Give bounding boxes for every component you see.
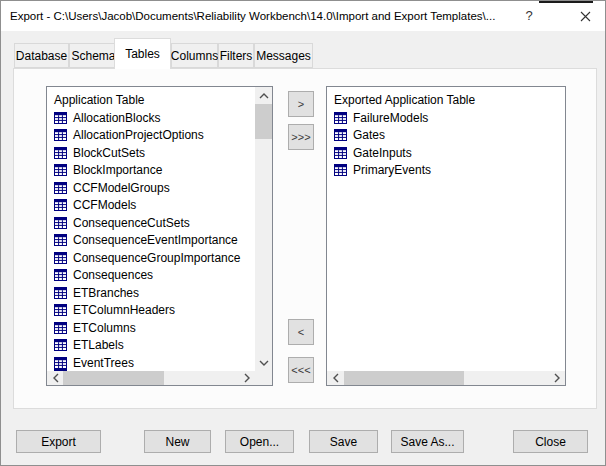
list-item-label: CCFModels [73,198,136,212]
list-item[interactable]: ETBranches [47,284,254,302]
tab-tables[interactable]: Tables [114,38,171,69]
new-button[interactable]: New [144,430,211,453]
exported-table-list: Exported Application Table FailureModels [326,86,566,386]
table-icon [54,164,67,176]
window-close-button[interactable] [567,1,603,31]
list-item[interactable]: FailureModels [327,109,564,127]
list-item[interactable]: ETColumns [47,319,254,337]
list-item-label: BlockCutSets [73,146,145,160]
export-button[interactable]: Export [16,430,101,453]
list-item-label: ConsequenceEventImportance [73,233,238,247]
list-item[interactable]: BlockImportance [47,162,254,180]
save-button[interactable]: Save [309,430,378,453]
table-icon [334,112,347,124]
table-icon [54,252,67,264]
tab-messages[interactable]: Messages [254,43,313,68]
list-item-label: CCFModelGroups [73,181,170,195]
horizontal-scrollbar[interactable] [47,371,255,385]
list-item-label: AllocationProjectOptions [73,128,204,142]
scroll-right-icon[interactable] [550,371,563,385]
tab-schema[interactable]: Schema [69,43,118,68]
list-item-label: GateInputs [353,146,412,160]
remove-button[interactable]: < [288,319,314,345]
list-item-label: ETLabels [73,338,124,352]
horizontal-scroll-thumb[interactable] [344,371,464,385]
table-icon [54,339,67,351]
export-dialog: Export - C:\Users\Jacob\Documents\Reliab… [0,0,606,466]
list-item[interactable]: ConsequenceEventImportance [47,232,254,250]
list-item-label: AllocationBlocks [73,111,160,125]
open-button[interactable]: Open... [225,430,294,453]
horizontal-scroll-thumb[interactable] [63,371,164,385]
list-item-label: Gates [353,128,385,142]
list-item[interactable]: ETColumnHeaders [47,302,254,320]
list-item[interactable]: EventTrees [47,354,254,370]
table-icon [54,322,67,334]
list-item-label: EventTrees [73,356,134,370]
add-button[interactable]: > [288,91,314,117]
list-item-label: FailureModels [353,111,428,125]
table-icon [54,217,67,229]
tab-filters[interactable]: Filters [218,43,254,68]
add-all-button[interactable]: >>> [288,124,314,150]
list-item[interactable]: Gates [327,127,564,145]
list-item[interactable]: AllocationProjectOptions [47,127,254,145]
vertical-scrollbar[interactable] [255,87,272,371]
list-item-label: ETColumnHeaders [73,303,175,317]
table-icon [54,357,67,369]
close-button[interactable]: Close [513,430,588,453]
list-item[interactable]: ETLabels [47,337,254,355]
list-item-label: ETColumns [73,321,136,335]
list-item-label: PrimaryEvents [353,163,431,177]
list-item[interactable]: ConsequenceCutSets [47,214,254,232]
table-icon [334,129,347,141]
list-item[interactable]: GateInputs [327,144,564,162]
list-item-label: BlockImportance [73,163,162,177]
vertical-scroll-thumb[interactable] [255,104,272,139]
list-item-label: ConsequenceCutSets [73,216,190,230]
table-icon [54,234,67,246]
list-item[interactable]: PrimaryEvents [327,162,564,180]
tab-columns[interactable]: Columns [171,43,218,68]
exported-table-items[interactable]: FailureModels Gates [327,109,564,370]
table-icon [54,199,67,211]
table-icon [54,304,67,316]
scroll-down-icon[interactable] [255,356,272,369]
window-title: Export - C:\Users\Jacob\Documents\Reliab… [10,1,515,31]
screen-edge-artifact [539,1,593,3]
list-item-label: ETBranches [73,286,139,300]
remove-all-button[interactable]: <<< [288,357,314,383]
table-icon [54,147,67,159]
list-item[interactable]: CCFModels [47,197,254,215]
list-item[interactable]: CCFModelGroups [47,179,254,197]
table-icon [54,182,67,194]
list-item[interactable]: AllocationBlocks [47,109,254,127]
table-icon [54,287,67,299]
horizontal-scrollbar[interactable] [327,371,565,385]
table-icon [334,147,347,159]
save-as-button[interactable]: Save As... [391,430,464,453]
scrollbar-corner [255,371,272,385]
table-icon [54,112,67,124]
scroll-right-icon[interactable] [240,371,253,385]
scroll-left-icon[interactable] [329,371,342,385]
list-item[interactable]: Consequences [47,267,254,285]
help-button[interactable]: ? [515,1,543,31]
tab-database[interactable]: Database [14,43,69,68]
table-icon [334,164,347,176]
application-table-list: Application Table AllocationBlocks [46,86,273,386]
close-icon [580,11,591,22]
scroll-up-icon[interactable] [255,89,272,102]
list-item-label: ConsequenceGroupImportance [73,251,240,265]
scroll-left-icon[interactable] [49,371,62,385]
list-item[interactable]: ConsequenceGroupImportance [47,249,254,267]
table-icon [54,269,67,281]
application-table-items[interactable]: AllocationBlocks AllocationProjectOption… [47,109,254,370]
title-bar: Export - C:\Users\Jacob\Documents\Reliab… [1,1,605,31]
exported-table-header: Exported Application Table [334,93,475,107]
list-item[interactable]: BlockCutSets [47,144,254,162]
table-icon [54,129,67,141]
list-item-label: Consequences [73,268,153,282]
application-table-header: Application Table [54,93,145,107]
